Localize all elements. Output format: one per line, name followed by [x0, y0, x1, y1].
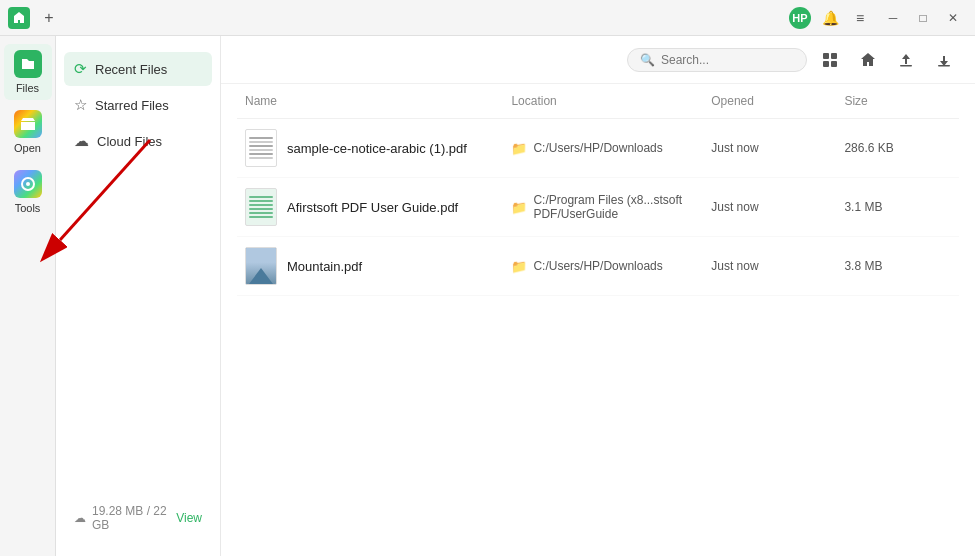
file-thumbnail: [245, 129, 277, 167]
content-area: 🔍: [221, 36, 975, 556]
star-icon: ☆: [74, 96, 87, 114]
col-opened: Opened: [711, 94, 844, 108]
recent-icon: ⟳: [74, 60, 87, 78]
svg-point-0: [26, 182, 30, 186]
user-avatar: HP: [789, 7, 811, 29]
files-icon: [14, 50, 42, 78]
location-text: C:/Users/HP/Downloads: [533, 259, 662, 273]
opened-text: Just now: [711, 259, 844, 273]
location-cell: 📁 C:/Users/HP/Downloads: [511, 259, 711, 274]
nav-item-starred[interactable]: ☆ Starred Files: [64, 88, 212, 122]
table-header: Name Location Opened Size: [237, 84, 959, 119]
icon-sidebar: Files Open Tools: [0, 36, 56, 556]
title-bar-right: HP 🔔 ≡ ─ □ ✕: [789, 7, 967, 29]
size-text: 3.1 MB: [844, 200, 951, 214]
tools-label: Tools: [15, 202, 41, 214]
close-button[interactable]: ✕: [939, 7, 967, 29]
nav-item-starred-label: Starred Files: [95, 98, 169, 113]
col-location: Location: [511, 94, 711, 108]
nav-footer: ☁ 19.28 MB / 22 GB View: [64, 496, 212, 540]
search-input[interactable]: [661, 53, 794, 67]
files-label: Files: [16, 82, 39, 94]
nav-item-cloud[interactable]: ☁ Cloud Files: [64, 124, 212, 158]
maximize-button[interactable]: □: [909, 7, 937, 29]
open-icon: [14, 110, 42, 138]
location-cell: 📁 C:/Users/HP/Downloads: [511, 141, 711, 156]
tools-icon: [14, 170, 42, 198]
storage-text: 19.28 MB / 22 GB: [92, 504, 170, 532]
window-controls: ─ □ ✕: [879, 7, 967, 29]
opened-text: Just now: [711, 141, 844, 155]
view-storage-link[interactable]: View: [176, 511, 202, 525]
file-thumbnail: [245, 188, 277, 226]
title-bar-left: +: [8, 7, 60, 29]
svg-rect-3: [823, 61, 829, 67]
menu-button[interactable]: ≡: [849, 7, 871, 29]
file-name: sample-ce-notice-arabic (1).pdf: [287, 141, 467, 156]
nav-item-recent[interactable]: ⟳ Recent Files: [64, 52, 212, 86]
size-text: 3.8 MB: [844, 259, 951, 273]
folder-icon: 📁: [511, 259, 527, 274]
svg-rect-6: [938, 65, 950, 67]
folder-icon: 📁: [511, 141, 527, 156]
size-text: 286.6 KB: [844, 141, 951, 155]
open-label: Open: [14, 142, 41, 154]
table-row[interactable]: Afirstsoft PDF User Guide.pdf 📁 C:/Progr…: [237, 178, 959, 237]
file-name-cell: Mountain.pdf: [245, 247, 511, 285]
sidebar-item-tools[interactable]: Tools: [4, 164, 52, 220]
opened-text: Just now: [711, 200, 844, 214]
location-text: C:/Program Files (x8...stsoft PDF/UserGu…: [533, 193, 711, 221]
title-bar: + HP 🔔 ≡ ─ □ ✕: [0, 0, 975, 36]
grid-view-button[interactable]: [815, 45, 845, 75]
folder-icon: 📁: [511, 200, 527, 215]
col-name: Name: [245, 94, 511, 108]
file-name-cell: sample-ce-notice-arabic (1).pdf: [245, 129, 511, 167]
svg-rect-5: [900, 65, 912, 67]
cloud-icon: ☁: [74, 132, 89, 150]
upload-button[interactable]: [891, 45, 921, 75]
file-name: Mountain.pdf: [287, 259, 362, 274]
main-area: Files Open Tools ⟳ Recent Files: [0, 36, 975, 556]
table-row[interactable]: Mountain.pdf 📁 C:/Users/HP/Downloads Jus…: [237, 237, 959, 296]
toolbar: 🔍: [221, 36, 975, 84]
file-name: Afirstsoft PDF User Guide.pdf: [287, 200, 458, 215]
notification-bell-button[interactable]: 🔔: [819, 7, 841, 29]
nav-sidebar: ⟳ Recent Files ☆ Starred Files ☁ Cloud F…: [56, 36, 221, 556]
svg-rect-4: [831, 61, 837, 67]
col-size: Size: [844, 94, 951, 108]
svg-rect-1: [823, 53, 829, 59]
new-tab-button[interactable]: +: [38, 7, 60, 29]
cloud-storage-icon: ☁: [74, 511, 86, 525]
location-cell: 📁 C:/Program Files (x8...stsoft PDF/User…: [511, 193, 711, 221]
sidebar-item-files[interactable]: Files: [4, 44, 52, 100]
minimize-button[interactable]: ─: [879, 7, 907, 29]
nav-item-cloud-label: Cloud Files: [97, 134, 162, 149]
file-thumbnail: [245, 247, 277, 285]
app-logo: [8, 7, 30, 29]
file-name-cell: Afirstsoft PDF User Guide.pdf: [245, 188, 511, 226]
search-icon: 🔍: [640, 53, 655, 67]
location-text: C:/Users/HP/Downloads: [533, 141, 662, 155]
download-button[interactable]: [929, 45, 959, 75]
search-box[interactable]: 🔍: [627, 48, 807, 72]
table-row[interactable]: sample-ce-notice-arabic (1).pdf 📁 C:/Use…: [237, 119, 959, 178]
svg-rect-2: [831, 53, 837, 59]
file-table: Name Location Opened Size: [221, 84, 975, 556]
sidebar-item-open[interactable]: Open: [4, 104, 52, 160]
home-button[interactable]: [853, 45, 883, 75]
nav-item-recent-label: Recent Files: [95, 62, 167, 77]
